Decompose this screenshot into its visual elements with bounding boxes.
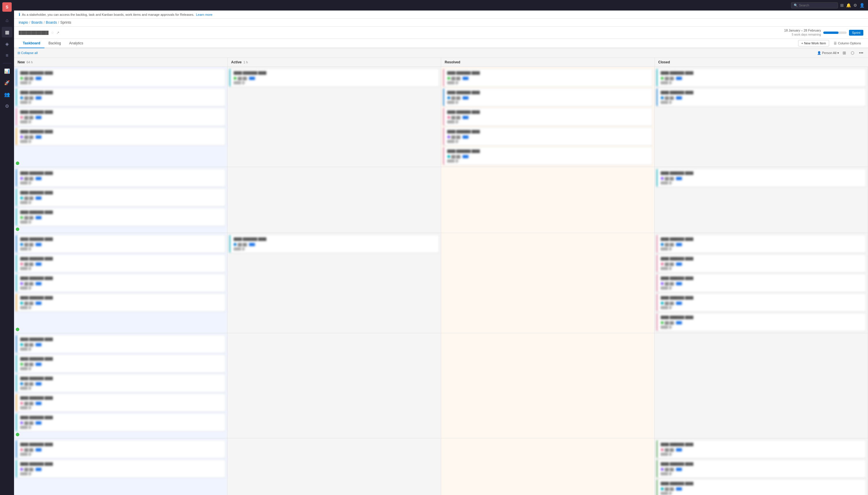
team-icon[interactable]: 👥 [2, 89, 12, 100]
boards-icon[interactable]: ▦ [2, 27, 12, 37]
card-meta: ██ ██ ███ [661, 177, 863, 180]
backlog-icon[interactable]: ≡ [2, 50, 12, 61]
card-c24[interactable]: ████ ███████ ████ ██ ██ ███ ████ █h [656, 274, 866, 292]
card-c31[interactable]: ████ ███████ ████ ██ ██ ███ ████ █h [16, 413, 225, 431]
app-logo[interactable]: S [2, 2, 12, 12]
card-id: ████ [661, 81, 668, 84]
breadcrumb-inapio[interactable]: inapio [19, 20, 28, 24]
card-footer: ████ █h [661, 287, 863, 289]
card-c20[interactable]: ████ ███████ ████ ██ ██ ███ ████ █h [16, 293, 225, 312]
tab-analytics[interactable]: Analytics [65, 39, 87, 48]
card-c7[interactable]: ████ ███████ ████ ██ ██ ███ ████ █h [443, 88, 653, 106]
card-c34[interactable]: ████ ███████ ████ ██ ██ ███ ████ █h [656, 440, 866, 458]
infobar: ℹ As a stakeholder, you can access the b… [14, 11, 868, 19]
card-c33[interactable]: ████ ███████ ████ ██ ██ ███ ████ █h [16, 460, 225, 478]
card-accent [443, 69, 444, 86]
card-tag: ███ [248, 76, 256, 80]
card-c36[interactable]: ████ ███████ ████ ██ ██ ███ ████ █h [656, 479, 866, 495]
card-c29[interactable]: ████ ███████ ████ ██ ██ ███ ████ █h [16, 374, 225, 392]
card-meta: ██ ██ ███ [447, 76, 650, 80]
card-c3[interactable]: ████ ███████ ████ ██ ██ ███ ████ █h [16, 108, 225, 126]
card-c1[interactable]: ████ ███████ ████ ██ ██ ███ ████ █h [16, 69, 225, 87]
card-c25[interactable]: ████ ███████ ████ ██ ██ ███ ████ █h [656, 293, 866, 312]
card-title: ████ ███████ ████ [661, 296, 863, 300]
user-avatar[interactable]: 👤 [859, 3, 865, 7]
card-effort: ██ ██ [452, 155, 460, 158]
reports-icon[interactable]: 📊 [2, 66, 12, 76]
card-accent [16, 189, 17, 206]
add-card-dot[interactable] [16, 433, 19, 436]
collapse-all-button[interactable]: ⊟ Collapse all [18, 51, 38, 55]
column-options-button[interactable]: ☰ Column Options [832, 40, 863, 47]
card-dot [20, 197, 23, 200]
board-area: ⊟ Collapse all 👤 Person All ▾ ⊞ ⬡ ••• Ne… [14, 48, 868, 495]
sprint-dates: 18 January – 28 February 5 work days rem… [784, 28, 821, 37]
card-c19[interactable]: ████ ███████ ████ ██ ██ ███ ████ █h [16, 274, 225, 292]
card-hours: █h [29, 81, 32, 84]
card-c10[interactable]: ████ ███████ ████ ██ ██ ███ ████ █h [443, 147, 653, 165]
learn-more-link[interactable]: Learn more [196, 13, 212, 16]
new-work-item-button[interactable]: + New Work Item [798, 40, 829, 47]
card-c28[interactable]: ████ ███████ ████ ██ ██ ███ ████ █h [16, 355, 225, 373]
share-icon[interactable]: ↗ [56, 31, 59, 35]
breadcrumb-boards2[interactable]: Boards [46, 20, 57, 24]
card-c6[interactable]: ████ ███████ ████ ██ ██ ███ ████ █h [443, 69, 653, 87]
card-hours: █h [669, 492, 672, 495]
card-id: ████ [447, 101, 455, 104]
card-c30[interactable]: ████ ███████ ████ ██ ██ ███ ████ █h [16, 394, 225, 412]
card-footer: ████ █h [20, 140, 223, 143]
card-c13[interactable]: ████ ███████ ████ ██ ██ ███ ████ █h [16, 169, 225, 187]
card-hours: █h [29, 406, 32, 409]
bell-icon[interactable]: 🔔 [846, 3, 851, 7]
card-c4[interactable]: ████ ███████ ████ ██ ██ ███ ████ █h [16, 127, 225, 146]
card-effort: ██ ██ [24, 177, 33, 180]
breadcrumb-current: Sprints [60, 20, 71, 24]
sprint-button[interactable]: Sprint [849, 30, 863, 36]
card-c17[interactable]: ████ ███████ ████ ██ ██ ███ ████ █h [16, 235, 225, 253]
card-c9[interactable]: ████ ███████ ████ ██ ██ ███ ████ █h [443, 127, 653, 146]
card-c8[interactable]: ████ ███████ ████ ██ ██ ███ ████ █h [443, 108, 653, 126]
breadcrumb-boards1[interactable]: Boards [31, 20, 43, 24]
search-input[interactable] [799, 3, 834, 7]
settings-icon[interactable]: ⚙ [2, 101, 12, 111]
person-filter[interactable]: 👤 Person All ▾ [817, 51, 839, 55]
search-box[interactable]: 🔍 [791, 2, 838, 8]
card-tag: ███ [34, 135, 43, 139]
card-c14[interactable]: ████ ███████ ████ ██ ██ ███ ████ █h [16, 188, 225, 206]
card-c15[interactable]: ████ ███████ ████ ██ ██ ███ ████ █h [16, 208, 225, 226]
home-icon[interactable]: ⌂ [2, 15, 12, 26]
add-card-dot[interactable] [16, 328, 19, 331]
card-c26[interactable]: ████ ███████ ████ ██ ██ ███ ████ █h [656, 313, 866, 331]
tab-backlog[interactable]: Backlog [45, 39, 65, 48]
card-c2[interactable]: ████ ███████ ████ ██ ██ ███ ████ █h [16, 88, 225, 106]
card-c21[interactable]: ████ ███████ ████ ██ ██ ███ ████ █h [229, 235, 439, 253]
card-c5[interactable]: ████ ███████ ████ ██ ██ ███ ████ █h [229, 69, 439, 87]
add-card-dot[interactable] [16, 161, 19, 165]
card-c32[interactable]: ████ ███████ ████ ██ ██ ███ ████ █h [16, 440, 225, 458]
card-hours: █h [456, 81, 459, 84]
card-id: ████ [20, 201, 28, 204]
card-c23[interactable]: ████ ███████ ████ ██ ██ ███ ████ █h [656, 254, 866, 272]
tab-taskboard[interactable]: Taskboard [19, 39, 45, 48]
card-c18[interactable]: ████ ███████ ████ ██ ██ ███ ████ █h [16, 254, 225, 272]
releases-icon[interactable]: 🚀 [2, 78, 12, 88]
star-icon[interactable]: ☆ [51, 31, 54, 35]
card-c22[interactable]: ████ ███████ ████ ██ ██ ███ ████ █h [656, 235, 866, 253]
card-c16[interactable]: ████ ███████ ████ ██ ██ ███ ████ █h [656, 169, 866, 187]
card-c27[interactable]: ████ ███████ ████ ██ ██ ███ ████ █h [16, 335, 225, 353]
card-accent [229, 235, 230, 253]
card-effort: ██ ██ [665, 262, 674, 266]
card-c11[interactable]: ████ ███████ ████ ██ ██ ███ ████ █h [656, 69, 866, 87]
sprints-icon[interactable]: ◈ [2, 38, 12, 49]
settings-topbar-icon[interactable]: ⚙ [853, 3, 857, 7]
view-icon[interactable]: ⊞ [841, 50, 847, 56]
card-footer: ████ █h [20, 201, 223, 204]
card-footer: ████ █h [661, 453, 863, 456]
add-card-dot[interactable] [16, 227, 19, 231]
card-c35[interactable]: ████ ███████ ████ ██ ██ ███ ████ █h [656, 460, 866, 478]
grid-icon[interactable]: ⊞ [840, 3, 844, 7]
card-tag: ███ [675, 487, 683, 491]
card-c12[interactable]: ████ ███████ ████ ██ ██ ███ ████ █h [656, 88, 866, 106]
more-icon[interactable]: ••• [858, 50, 865, 56]
filter-icon[interactable]: ⬡ [850, 50, 855, 56]
